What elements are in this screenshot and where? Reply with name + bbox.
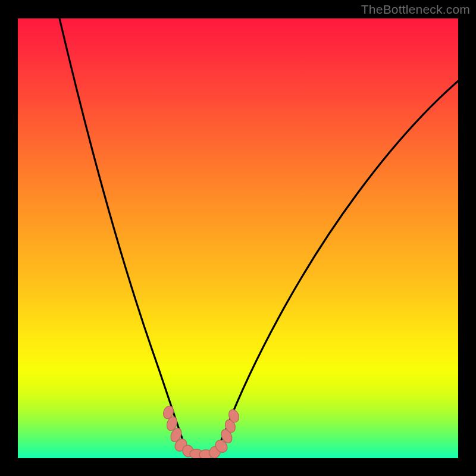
watermark-text: TheBottleneck.com xyxy=(361,2,470,17)
plot-area xyxy=(18,18,458,458)
valley-chain xyxy=(18,18,458,458)
chart-frame: TheBottleneck.com xyxy=(0,0,476,476)
